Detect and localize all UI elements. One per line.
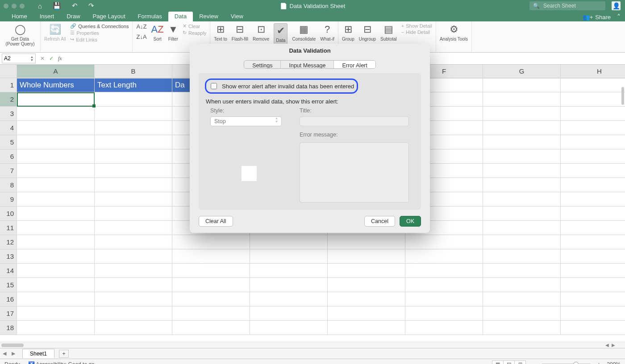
cell[interactable] bbox=[561, 178, 625, 192]
cell[interactable] bbox=[483, 278, 561, 292]
cell[interactable] bbox=[95, 178, 172, 192]
cell[interactable] bbox=[483, 235, 561, 249]
cell[interactable] bbox=[17, 92, 95, 107]
style-select[interactable]: Stop ˄˅ bbox=[210, 116, 282, 126]
cell[interactable] bbox=[250, 235, 328, 249]
row-header-1[interactable]: 1 bbox=[0, 78, 17, 92]
remove-duplicates-button[interactable]: ⊡Remove bbox=[253, 23, 269, 41]
cell[interactable] bbox=[561, 135, 625, 149]
cell[interactable] bbox=[561, 164, 625, 178]
cell[interactable] bbox=[328, 321, 405, 335]
cell[interactable] bbox=[17, 164, 95, 178]
sort-button[interactable]: AZ Sort bbox=[151, 23, 164, 41]
row-header-14[interactable]: 14 bbox=[0, 264, 17, 278]
cell[interactable] bbox=[483, 207, 561, 221]
horizontal-scrollbar[interactable]: ▶ ◀ bbox=[0, 342, 625, 348]
row-header-5[interactable]: 5 bbox=[0, 135, 17, 149]
cell[interactable] bbox=[95, 249, 172, 264]
cell[interactable] bbox=[483, 149, 561, 164]
cell[interactable] bbox=[95, 164, 172, 178]
tab-formulas[interactable]: Formulas bbox=[132, 12, 168, 21]
cell[interactable] bbox=[17, 235, 95, 249]
dialog-tab-error-alert[interactable]: Error Alert bbox=[334, 61, 375, 68]
ribbon-collapse-icon[interactable]: ˄ bbox=[617, 13, 621, 21]
cell[interactable] bbox=[95, 121, 172, 135]
redo-icon[interactable]: ↷ bbox=[88, 2, 94, 10]
data-validation-button[interactable]: ✔Data bbox=[274, 23, 288, 44]
zoom-thumb[interactable] bbox=[573, 362, 579, 364]
scroll-right-icon[interactable]: ▶ bbox=[612, 343, 615, 347]
share-button[interactable]: 👥+ Share bbox=[580, 13, 613, 21]
fx-icon[interactable]: fx bbox=[58, 55, 62, 62]
sort-asc-icon[interactable]: A↓Z bbox=[136, 23, 146, 30]
search-sheet-box[interactable]: 🔍 bbox=[529, 1, 605, 10]
row-header-2[interactable]: 2 bbox=[0, 92, 17, 107]
tab-view[interactable]: View bbox=[225, 12, 250, 21]
cell[interactable] bbox=[561, 235, 625, 249]
cell[interactable] bbox=[561, 121, 625, 135]
cell[interactable] bbox=[95, 92, 172, 107]
col-header-B[interactable]: B bbox=[95, 65, 172, 78]
cell[interactable] bbox=[405, 249, 483, 264]
cell[interactable] bbox=[250, 278, 328, 292]
cell[interactable] bbox=[483, 92, 561, 107]
ungroup-button[interactable]: ⊟Ungroup bbox=[359, 23, 376, 41]
cell[interactable] bbox=[483, 135, 561, 149]
cell[interactable] bbox=[95, 306, 172, 321]
confirm-edit-icon[interactable]: ✓ bbox=[49, 55, 54, 62]
cell[interactable] bbox=[405, 235, 483, 249]
cell[interactable] bbox=[95, 278, 172, 292]
consolidate-button[interactable]: ▦Consolidate bbox=[292, 23, 316, 41]
cell[interactable] bbox=[561, 249, 625, 264]
tab-home[interactable]: Home bbox=[5, 12, 33, 21]
row-header-6[interactable]: 6 bbox=[0, 149, 17, 164]
cell[interactable] bbox=[172, 306, 250, 321]
cell[interactable]: Text Length bbox=[95, 78, 172, 92]
cell[interactable] bbox=[95, 321, 172, 335]
view-page-layout-icon[interactable]: ▤ bbox=[503, 360, 515, 364]
cell[interactable] bbox=[483, 249, 561, 264]
cell[interactable] bbox=[250, 306, 328, 321]
clear-all-button[interactable]: Clear All bbox=[199, 216, 233, 227]
row-header-11[interactable]: 11 bbox=[0, 221, 17, 235]
dialog-tab-input-message[interactable]: Input Message bbox=[281, 61, 334, 68]
name-box-stepper[interactable]: ▲▼ bbox=[30, 55, 33, 62]
cell[interactable] bbox=[405, 264, 483, 278]
cell[interactable] bbox=[483, 264, 561, 278]
row-header-18[interactable]: 18 bbox=[0, 321, 17, 335]
hscroll-thumb[interactable] bbox=[1, 343, 24, 347]
cell[interactable] bbox=[483, 78, 561, 92]
zoom-level[interactable]: 200% bbox=[607, 361, 621, 364]
cell[interactable] bbox=[250, 249, 328, 264]
tab-review[interactable]: Review bbox=[193, 12, 225, 21]
cell[interactable] bbox=[17, 149, 95, 164]
row-header-8[interactable]: 8 bbox=[0, 178, 17, 192]
filter-button[interactable]: ▼ Filter bbox=[168, 23, 178, 41]
cell[interactable] bbox=[328, 306, 405, 321]
cell[interactable] bbox=[95, 207, 172, 221]
cell[interactable]: Whole Numbers bbox=[17, 78, 95, 92]
zoom-out-button[interactable]: − bbox=[530, 361, 538, 364]
cancel-edit-icon[interactable]: ✕ bbox=[40, 55, 45, 62]
zoom-in-button[interactable]: + bbox=[596, 361, 603, 364]
title-input[interactable] bbox=[300, 116, 409, 126]
row-header-12[interactable]: 12 bbox=[0, 235, 17, 249]
cell[interactable] bbox=[17, 207, 95, 221]
scroll-left-icon[interactable]: ◀ bbox=[605, 343, 609, 347]
minimize-window-icon[interactable] bbox=[12, 4, 17, 8]
cell[interactable] bbox=[561, 292, 625, 306]
cell[interactable] bbox=[95, 235, 172, 249]
close-window-icon[interactable] bbox=[4, 4, 8, 8]
tab-insert[interactable]: Insert bbox=[33, 12, 61, 21]
cell[interactable] bbox=[561, 264, 625, 278]
row-header-7[interactable]: 7 bbox=[0, 164, 17, 178]
cell[interactable] bbox=[17, 192, 95, 207]
col-header-H[interactable]: H bbox=[561, 65, 625, 78]
cell[interactable] bbox=[328, 292, 405, 306]
tab-page-layout[interactable]: Page Layout bbox=[87, 12, 132, 21]
col-header-A[interactable]: A bbox=[17, 65, 95, 78]
cell[interactable] bbox=[328, 249, 405, 264]
cell[interactable] bbox=[172, 264, 250, 278]
cell[interactable] bbox=[483, 121, 561, 135]
cell[interactable] bbox=[17, 221, 95, 235]
